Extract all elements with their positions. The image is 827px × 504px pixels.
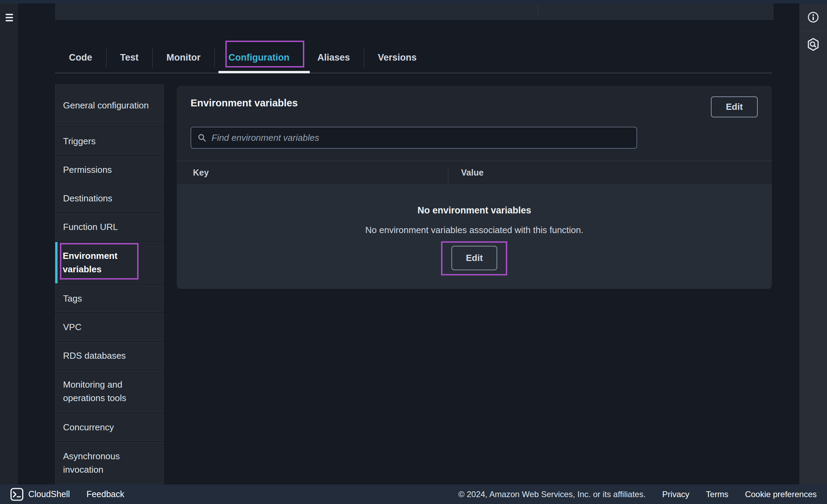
privacy-link[interactable]: Privacy <box>662 490 690 499</box>
tab-configuration[interactable]: Configuration <box>215 44 303 71</box>
terms-link[interactable]: Terms <box>706 490 728 499</box>
panel-title: Environment variables <box>191 96 298 110</box>
function-tabs: Code Test Monitor Configuration Aliases … <box>55 44 430 71</box>
column-divider <box>448 169 448 184</box>
tabs-bottom-border <box>55 73 772 73</box>
sidebar-item-triggers[interactable]: Triggers <box>55 127 164 155</box>
amazon-q-panel-button[interactable] <box>799 31 827 58</box>
edit-button-empty-state[interactable]: Edit <box>451 246 497 270</box>
amazon-q-icon <box>807 38 819 51</box>
edit-button-header[interactable]: Edit <box>711 96 758 117</box>
top-navigation-bar <box>0 0 827 3</box>
info-panel-button[interactable] <box>799 3 827 31</box>
sidebar-item-general-configuration[interactable]: General configuration <box>55 84 164 126</box>
empty-state-description: No environment variables associated with… <box>177 224 772 236</box>
sidebar-item-concurrency[interactable]: Concurrency <box>55 413 164 441</box>
panel-column-divider <box>538 4 538 15</box>
feedback-button[interactable]: Feedback <box>86 489 124 499</box>
empty-state-title: No environment variables <box>177 204 772 217</box>
sidebar-item-vpc[interactable]: VPC <box>55 313 164 341</box>
console-footer: CloudShell Feedback © 2024, Amazon Web S… <box>0 484 827 504</box>
search-input[interactable]: Find environment variables <box>191 127 637 149</box>
sidebar-item-destinations[interactable]: Destinations <box>55 185 164 212</box>
sidebar-item-permissions[interactable]: Permissions <box>55 156 164 183</box>
tab-test[interactable]: Test <box>106 44 153 71</box>
sidebar-item-rds-databases[interactable]: RDS databases <box>55 342 164 369</box>
right-tools-rail <box>799 3 827 484</box>
tab-code[interactable]: Code <box>55 44 106 71</box>
info-icon <box>807 11 819 23</box>
tab-versions[interactable]: Versions <box>364 44 431 71</box>
empty-state: No environment variables No environment … <box>177 185 772 289</box>
copyright-text: © 2024, Amazon Web Services, Inc. or its… <box>458 490 646 499</box>
scrolled-function-overview-panel <box>55 3 774 20</box>
column-header-key: Key <box>193 161 209 185</box>
cloudshell-terminal-icon <box>10 488 23 501</box>
cloudshell-label: CloudShell <box>28 489 70 499</box>
tab-monitor[interactable]: Monitor <box>153 44 214 71</box>
left-sidebar-rail <box>0 3 18 484</box>
sidebar-item-tags[interactable]: Tags <box>55 285 164 312</box>
environment-variables-panel: Environment variables Edit Find environm… <box>177 86 772 289</box>
cloudshell-button[interactable]: CloudShell <box>10 488 70 501</box>
cookie-preferences-link[interactable]: Cookie preferences <box>745 490 817 499</box>
sidebar-item-environment-variables[interactable]: Environment variables <box>55 242 164 284</box>
column-header-value: Value <box>461 161 483 185</box>
configuration-sidenav: General configuration Triggers Permissio… <box>55 84 164 485</box>
sidebar-item-function-url[interactable]: Function URL <box>55 213 164 241</box>
sidebar-item-monitoring-and-operations-tools[interactable]: Monitoring and operations tools <box>55 370 164 412</box>
lambda-console-page: Code Test Monitor Configuration Aliases … <box>0 0 827 504</box>
search-placeholder: Find environment variables <box>212 133 319 143</box>
hamburger-menu-icon[interactable] <box>6 14 14 23</box>
tab-aliases[interactable]: Aliases <box>304 44 364 71</box>
active-tab-underline <box>218 71 310 73</box>
footer-legal: © 2024, Amazon Web Services, Inc. or its… <box>458 490 827 499</box>
search-icon <box>197 133 207 143</box>
sidebar-item-asynchronous-invocation[interactable]: Asynchronous invocation <box>55 442 164 484</box>
